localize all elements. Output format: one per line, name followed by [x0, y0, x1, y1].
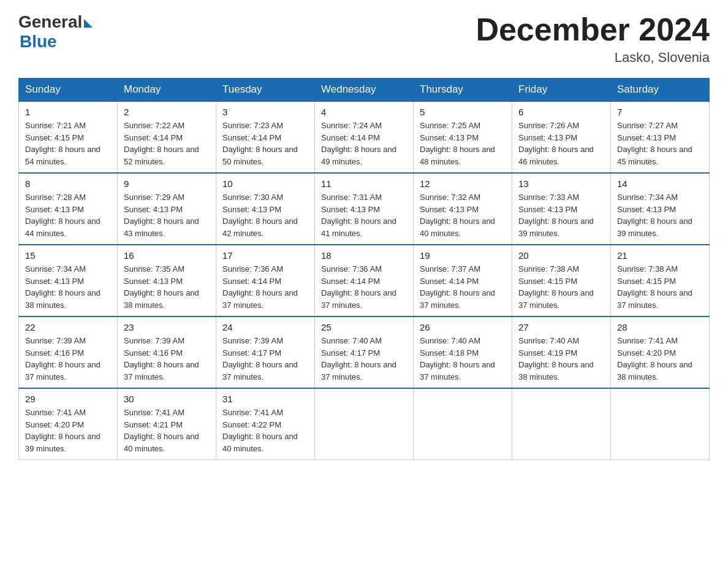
day-number: 7	[617, 107, 703, 117]
sunset-label: Sunset: 4:13 PM	[321, 205, 380, 214]
daylight-label: Daylight: 8 hours and 37 minutes.	[321, 360, 396, 381]
day-info: Sunrise: 7:24 AM Sunset: 4:14 PM Dayligh…	[321, 120, 407, 167]
calendar-cell: 2 Sunrise: 7:22 AM Sunset: 4:14 PM Dayli…	[118, 101, 216, 173]
sunrise-label: Sunrise: 7:25 AM	[420, 121, 480, 130]
sunset-label: Sunset: 4:14 PM	[420, 277, 479, 286]
calendar-cell: 1 Sunrise: 7:21 AM Sunset: 4:15 PM Dayli…	[19, 101, 118, 173]
day-info: Sunrise: 7:39 AM Sunset: 4:16 PM Dayligh…	[124, 335, 210, 383]
day-number: 9	[124, 178, 210, 189]
sunrise-label: Sunrise: 7:39 AM	[25, 336, 86, 345]
day-info: Sunrise: 7:21 AM Sunset: 4:15 PM Dayligh…	[25, 120, 111, 167]
daylight-label: Daylight: 8 hours and 38 minutes.	[25, 288, 100, 310]
daylight-label: Daylight: 8 hours and 40 minutes.	[124, 432, 199, 453]
calendar-cell: 17 Sunrise: 7:36 AM Sunset: 4:14 PM Dayl…	[216, 245, 315, 316]
day-number: 26	[420, 322, 506, 332]
sunset-label: Sunset: 4:22 PM	[222, 420, 281, 429]
daylight-label: Daylight: 8 hours and 37 minutes.	[420, 360, 495, 381]
header-thursday: Thursday	[414, 79, 512, 102]
calendar-cell: 22 Sunrise: 7:39 AM Sunset: 4:16 PM Dayl…	[19, 316, 118, 388]
calendar-subtitle: Lasko, Slovenia	[476, 50, 710, 66]
calendar-cell: 14 Sunrise: 7:34 AM Sunset: 4:13 PM Dayl…	[611, 173, 710, 245]
day-number: 1	[25, 107, 111, 117]
calendar-cell: 23 Sunrise: 7:39 AM Sunset: 4:16 PM Dayl…	[118, 316, 216, 388]
header-tuesday: Tuesday	[216, 79, 315, 102]
calendar-cell	[611, 388, 710, 460]
calendar-cell: 19 Sunrise: 7:37 AM Sunset: 4:14 PM Dayl…	[414, 245, 512, 316]
sunrise-label: Sunrise: 7:41 AM	[617, 336, 678, 345]
day-info: Sunrise: 7:34 AM Sunset: 4:13 PM Dayligh…	[617, 191, 703, 239]
sunset-label: Sunset: 4:13 PM	[518, 133, 577, 142]
day-info: Sunrise: 7:22 AM Sunset: 4:14 PM Dayligh…	[124, 120, 210, 167]
sunrise-label: Sunrise: 7:26 AM	[518, 121, 579, 130]
day-info: Sunrise: 7:40 AM Sunset: 4:18 PM Dayligh…	[420, 335, 506, 383]
sunrise-label: Sunrise: 7:29 AM	[124, 193, 184, 202]
calendar-cell: 12 Sunrise: 7:32 AM Sunset: 4:13 PM Dayl…	[414, 173, 512, 245]
day-info: Sunrise: 7:30 AM Sunset: 4:13 PM Dayligh…	[222, 191, 308, 239]
header-sunday: Sunday	[19, 79, 118, 102]
logo-triangle-icon	[84, 19, 93, 28]
calendar-week-5: 29 Sunrise: 7:41 AM Sunset: 4:20 PM Dayl…	[19, 388, 710, 460]
day-number: 24	[222, 322, 308, 332]
day-number: 31	[222, 394, 308, 404]
day-info: Sunrise: 7:41 AM Sunset: 4:22 PM Dayligh…	[222, 407, 308, 454]
day-info: Sunrise: 7:34 AM Sunset: 4:13 PM Dayligh…	[25, 263, 111, 311]
day-info: Sunrise: 7:41 AM Sunset: 4:20 PM Dayligh…	[617, 335, 703, 383]
sunset-label: Sunset: 4:13 PM	[518, 205, 577, 214]
sunrise-label: Sunrise: 7:30 AM	[222, 193, 283, 202]
day-number: 30	[124, 394, 210, 404]
daylight-label: Daylight: 8 hours and 54 minutes.	[25, 145, 100, 166]
daylight-label: Daylight: 8 hours and 40 minutes.	[420, 216, 495, 238]
day-info: Sunrise: 7:39 AM Sunset: 4:16 PM Dayligh…	[25, 335, 111, 383]
day-number: 11	[321, 178, 407, 189]
calendar-cell: 7 Sunrise: 7:27 AM Sunset: 4:13 PM Dayli…	[611, 101, 710, 173]
day-info: Sunrise: 7:40 AM Sunset: 4:19 PM Dayligh…	[518, 335, 604, 383]
day-number: 21	[617, 250, 703, 261]
calendar-cell: 9 Sunrise: 7:29 AM Sunset: 4:13 PM Dayli…	[118, 173, 216, 245]
sunrise-label: Sunrise: 7:32 AM	[420, 193, 480, 202]
header-saturday: Saturday	[611, 79, 710, 102]
day-number: 19	[420, 250, 506, 261]
daylight-label: Daylight: 8 hours and 37 minutes.	[124, 360, 199, 381]
daylight-label: Daylight: 8 hours and 37 minutes.	[25, 360, 100, 381]
calendar-cell: 15 Sunrise: 7:34 AM Sunset: 4:13 PM Dayl…	[19, 245, 118, 316]
day-info: Sunrise: 7:41 AM Sunset: 4:20 PM Dayligh…	[25, 407, 111, 454]
sunset-label: Sunset: 4:17 PM	[321, 348, 380, 358]
calendar-cell: 20 Sunrise: 7:38 AM Sunset: 4:15 PM Dayl…	[512, 245, 611, 316]
day-number: 8	[25, 178, 111, 189]
day-info: Sunrise: 7:23 AM Sunset: 4:14 PM Dayligh…	[222, 120, 308, 167]
daylight-label: Daylight: 8 hours and 42 minutes.	[222, 216, 298, 238]
logo-blue-text: Blue	[20, 32, 57, 52]
calendar-cell: 28 Sunrise: 7:41 AM Sunset: 4:20 PM Dayl…	[611, 316, 710, 388]
daylight-label: Daylight: 8 hours and 46 minutes.	[518, 145, 594, 166]
day-number: 28	[617, 322, 703, 332]
header-friday: Friday	[512, 79, 611, 102]
sunset-label: Sunset: 4:13 PM	[25, 277, 84, 286]
day-number: 2	[124, 107, 210, 117]
sunrise-label: Sunrise: 7:33 AM	[518, 193, 579, 202]
daylight-label: Daylight: 8 hours and 37 minutes.	[222, 288, 298, 310]
daylight-label: Daylight: 8 hours and 39 minutes.	[25, 432, 100, 453]
day-info: Sunrise: 7:26 AM Sunset: 4:13 PM Dayligh…	[518, 120, 604, 167]
day-info: Sunrise: 7:25 AM Sunset: 4:13 PM Dayligh…	[420, 120, 506, 167]
sunset-label: Sunset: 4:19 PM	[518, 348, 577, 358]
day-number: 3	[222, 107, 308, 117]
day-number: 20	[518, 250, 604, 261]
day-info: Sunrise: 7:32 AM Sunset: 4:13 PM Dayligh…	[420, 191, 506, 239]
day-number: 29	[25, 394, 111, 404]
title-block: December 2024 Lasko, Slovenia	[476, 12, 710, 66]
calendar-title: December 2024	[476, 12, 710, 47]
sunset-label: Sunset: 4:13 PM	[420, 205, 479, 214]
daylight-label: Daylight: 8 hours and 43 minutes.	[124, 216, 199, 238]
sunset-label: Sunset: 4:13 PM	[25, 205, 84, 214]
calendar-week-4: 22 Sunrise: 7:39 AM Sunset: 4:16 PM Dayl…	[19, 316, 710, 388]
calendar-cell: 27 Sunrise: 7:40 AM Sunset: 4:19 PM Dayl…	[512, 316, 611, 388]
calendar-cell: 13 Sunrise: 7:33 AM Sunset: 4:13 PM Dayl…	[512, 173, 611, 245]
sunrise-label: Sunrise: 7:23 AM	[222, 121, 283, 130]
sunset-label: Sunset: 4:13 PM	[124, 205, 183, 214]
calendar-cell: 25 Sunrise: 7:40 AM Sunset: 4:17 PM Dayl…	[315, 316, 414, 388]
calendar-cell	[414, 388, 512, 460]
sunrise-label: Sunrise: 7:36 AM	[321, 264, 382, 274]
daylight-label: Daylight: 8 hours and 45 minutes.	[617, 145, 692, 166]
calendar-table: SundayMondayTuesdayWednesdayThursdayFrid…	[18, 78, 710, 460]
day-number: 13	[518, 178, 604, 189]
